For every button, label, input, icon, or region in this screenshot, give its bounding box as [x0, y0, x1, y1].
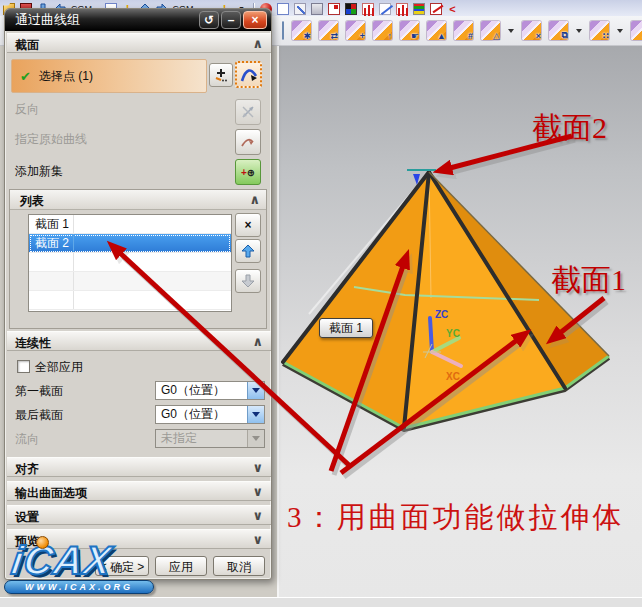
reset-button[interactable]: ↺ [199, 11, 219, 29]
reverse-direction-button[interactable] [235, 99, 261, 125]
list-empty-row[interactable] [29, 291, 231, 310]
triad-zc-label: ZC [435, 309, 448, 320]
dropdown-arrow-icon[interactable] [247, 406, 264, 423]
alignment-header[interactable]: 对齐 ∨ [7, 457, 271, 477]
page-icon[interactable] [277, 3, 289, 15]
grid-plus2-icon[interactable] [396, 3, 408, 15]
cancel-button[interactable]: 取消 [213, 556, 265, 576]
section-list: 截面 1 截面 2 [28, 214, 232, 312]
through-curve-group-dialog: 通过曲线组 ↺ – × 截面 ∧ ✔ 选择点 (1) 反向 指定原始曲线 添加新… [4, 8, 272, 580]
close-button[interactable]: × [243, 11, 267, 29]
alignment-label: 对齐 [15, 462, 39, 476]
expand-chevron-icon[interactable]: ∨ [252, 484, 263, 499]
minimize-button[interactable]: – [221, 11, 241, 29]
line-icon[interactable] [379, 3, 391, 15]
list-empty-row[interactable] [29, 253, 231, 272]
edit-feature-swap-icon[interactable]: ⇄ [319, 21, 338, 40]
edit-feature-triangle-icon[interactable]: △ [481, 21, 500, 40]
output-surface-options-header[interactable]: 输出曲面选项 ∨ [7, 481, 271, 501]
expand-chevron-icon[interactable]: ∨ [252, 508, 263, 523]
point-constructor-button[interactable] [209, 63, 233, 87]
annotation-section2-label: 截面2 [532, 108, 607, 149]
edit-feature-position-icon[interactable]: + [346, 21, 365, 40]
specify-origin-curve-button[interactable] [235, 129, 261, 155]
check-icon: ✔ [20, 69, 31, 84]
list-collapse-chevron-icon[interactable]: ∧ [249, 192, 260, 207]
annotation-note: 3：用曲面功能做拉伸体 [287, 498, 625, 538]
last-section-label: 最后截面 [15, 407, 63, 424]
sync-modeling-icon[interactable] [282, 21, 284, 40]
icax-watermark: iCAX WWW.ICAX.ORG [2, 536, 164, 600]
expand-chevron-icon[interactable]: ∨ [252, 532, 263, 547]
list-header-label: 列表 [20, 194, 44, 208]
suppress-feature-icon[interactable]: × [522, 21, 541, 40]
dropdown-arrow-icon-3[interactable] [617, 29, 623, 33]
icax-url-banner: WWW.ICAX.ORG [4, 580, 154, 594]
flow-value: 未指定 [156, 430, 247, 447]
continuity-header[interactable]: 连续性 ∧ [7, 331, 271, 351]
edit-feature-hand-icon[interactable]: ☛ [400, 21, 419, 40]
continuity-label: 连续性 [15, 336, 51, 350]
rainbow-icon[interactable] [413, 3, 425, 15]
section-group-label: 截面 [15, 38, 39, 52]
copy-feature-icon[interactable]: ⧉ [549, 21, 568, 40]
viewport-3d[interactable]: ZC YC XC 截面 1 截面2 截面1 3：用曲面功能做拉伸体 [277, 46, 642, 597]
list-header[interactable]: 列表 ∧ [10, 190, 266, 210]
remove-item-button[interactable]: × [235, 213, 261, 237]
dialog-title: 通过曲线组 [15, 11, 80, 29]
first-section-value: G0（位置） [156, 382, 247, 399]
flow-label: 流向 [15, 431, 39, 448]
angle-icon[interactable]: < [447, 3, 459, 15]
first-section-dropdown[interactable]: G0（位置） [155, 381, 265, 400]
edit-feature-move-icon[interactable]: ↑ [373, 21, 392, 40]
edit-feature-group-icon[interactable]: # [454, 21, 473, 40]
dropdown-arrow-icon [247, 430, 264, 447]
list-item-section1[interactable]: 截面 1 [29, 215, 231, 234]
pattern-feature-icon[interactable]: ∷ [590, 21, 609, 40]
sketch-icon[interactable] [430, 3, 442, 15]
reverse-label: 反向 [15, 101, 39, 118]
icax-logo-text: iCAX [9, 538, 115, 583]
last-section-value: G0（位置） [156, 406, 247, 423]
grid-plus-icon[interactable] [362, 3, 374, 15]
box-icon[interactable] [311, 3, 323, 15]
section-group-header[interactable]: 截面 ∧ [7, 33, 271, 53]
feature-dimension-icon[interactable]: ↔ [631, 21, 642, 40]
palette-icon[interactable] [345, 3, 357, 15]
triad-xc-label: XC [446, 371, 460, 382]
settings-label: 设置 [15, 510, 39, 524]
icax-logo-swirl-icon [36, 536, 49, 549]
annotation-section1-label: 截面1 [551, 260, 626, 301]
specify-origin-curve-label: 指定原始曲线 [15, 131, 87, 148]
window-mark-icon[interactable] [328, 3, 340, 15]
dialog-titlebar[interactable]: 通过曲线组 ↺ – × [5, 9, 271, 31]
flow-dropdown[interactable]: 未指定 [155, 429, 265, 448]
continuity-collapse-chevron-icon[interactable]: ∧ [252, 334, 263, 349]
pen-icon[interactable] [294, 3, 306, 15]
add-new-set-button[interactable]: +⊕ [235, 159, 261, 185]
target-icon: ⊕ [247, 167, 255, 178]
add-new-set-label: 添加新集 [15, 163, 63, 180]
list-empty-row[interactable] [29, 272, 231, 291]
first-section-label: 第一截面 [15, 383, 63, 400]
dropdown-arrow-icon[interactable] [508, 29, 514, 33]
select-point-row[interactable]: ✔ 选择点 (1) [11, 59, 207, 93]
last-section-dropdown[interactable]: G0（位置） [155, 405, 265, 424]
apply-all-label: 全部应用 [35, 359, 83, 376]
section1-tag[interactable]: 截面 1 [319, 318, 373, 338]
edit-feature-delay-icon[interactable]: ▲ [427, 21, 446, 40]
output-surface-options-label: 输出曲面选项 [15, 486, 87, 500]
collapse-chevron-icon[interactable]: ∧ [252, 36, 263, 51]
dropdown-arrow-icon[interactable] [247, 382, 264, 399]
settings-header[interactable]: 设置 ∨ [7, 505, 271, 525]
expand-chevron-icon[interactable]: ∨ [252, 460, 263, 475]
triad-yc-label: YC [446, 328, 460, 339]
apply-all-checkbox[interactable] [17, 360, 30, 373]
dropdown-arrow-icon-2[interactable] [576, 29, 582, 33]
edit-feature-wand-icon[interactable]: ✱ [292, 21, 311, 40]
list-item-section2-selected[interactable]: 截面 2 [29, 234, 231, 253]
select-point-label: 选择点 (1) [39, 68, 93, 85]
curve-select-button[interactable] [235, 61, 262, 88]
move-up-button[interactable] [235, 239, 261, 263]
move-down-button[interactable] [235, 269, 261, 293]
